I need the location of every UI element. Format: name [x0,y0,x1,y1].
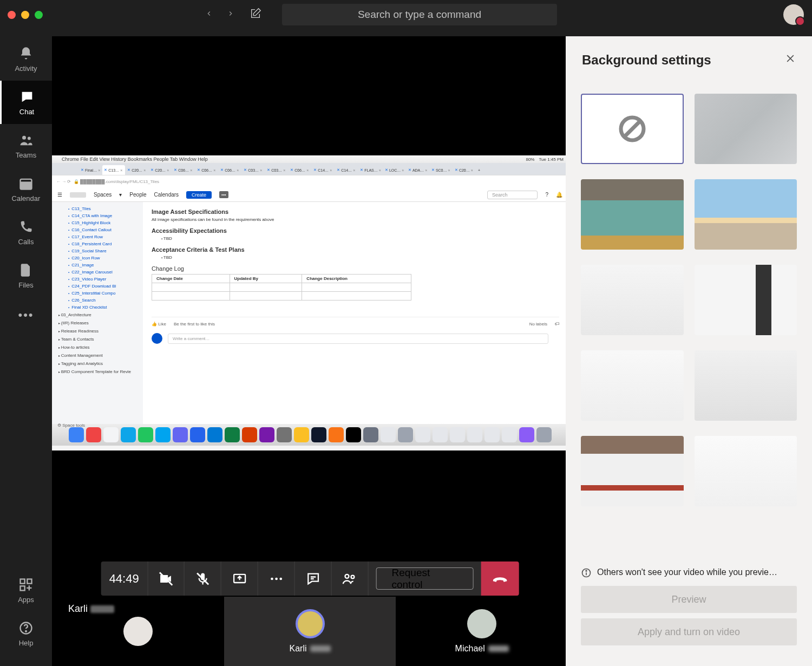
remote-mac-menubar: Chrome File Edit View History Bookmarks … [52,155,568,163]
bg-option-image[interactable] [695,350,797,421]
background-options-grid [566,73,812,558]
participant-avatar [467,609,496,638]
remote-space-tools: ⚙ Space tools [57,423,85,428]
remote-confluence-content: Image Asset Specifications All image spe… [143,202,568,424]
rail-calls-label: Calls [18,238,34,246]
participant-avatar [123,617,153,646]
svg-point-0 [22,135,26,139]
rail-help[interactable]: Help [0,612,52,655]
rail-help-label: Help [19,639,34,647]
request-control-button[interactable]: Request control [376,567,473,590]
bg-option-image[interactable] [581,265,684,335]
forward-button[interactable] [227,10,234,19]
share-screen-button[interactable] [221,561,258,596]
hangup-button[interactable] [481,561,519,596]
remote-confluence-toolbar: ☰ Spaces▾ People Calendars Create ••• Se… [52,188,568,202]
compose-button[interactable] [250,8,261,22]
show-participants-button[interactable] [332,561,369,596]
rail-files[interactable]: Files [0,254,52,297]
rail-teams[interactable]: Teams [0,124,52,167]
search-input[interactable]: Search or type a command [282,4,557,25]
call-stage: Chrome File Edit View History Bookmarks … [52,36,568,666]
remote-change-log-table: Change DateUpdated ByChange Description [152,274,411,301]
close-panel-button[interactable] [785,53,796,67]
maximize-window[interactable] [35,11,43,19]
svg-rect-5 [21,579,25,583]
remote-clock: Tue 1:45 PM [539,157,564,162]
participant-tile[interactable]: Karli [224,597,396,666]
rail-apps-label: Apps [18,596,34,604]
bg-option-image[interactable] [695,265,797,335]
remote-confluence-sidebar: C13_TilesC14_CTA with ImageC15_Highlight… [52,202,143,424]
profile-avatar[interactable] [783,4,804,25]
main-area: Chrome File Edit View History Bookmarks … [52,29,812,666]
rail-calendar[interactable]: Calendar [0,167,52,211]
remote-comment-input: Write a comment… [168,334,548,344]
preview-button[interactable]: Preview [581,586,797,613]
rail-files-label: Files [18,281,33,289]
remote-mac-dock [52,424,568,446]
rail-apps[interactable]: Apps [0,569,52,612]
bg-option-image[interactable] [581,350,684,421]
svg-point-21 [351,575,355,578]
svg-rect-7 [21,586,25,590]
camera-toggle[interactable] [148,561,185,596]
background-settings-panel: Background settings Others won't see you… [566,36,812,666]
app-rail: Activity Chat Teams Calendar Calls Files… [0,29,52,666]
rail-activity-label: Activity [15,64,37,73]
rail-calls[interactable]: Calls [0,211,52,254]
rail-calendar-label: Calendar [12,194,41,203]
rail-teams-label: Teams [16,151,36,159]
call-timer: 44:49 [101,561,148,596]
window-controls [8,11,43,19]
svg-line-25 [623,120,641,138]
rail-chat-label: Chat [19,108,34,116]
remote-chrome-tabs: ✕Final… ×✕C13… ×✕C20… ×✕C20… ×✕C06… ×✕C0… [52,163,568,175]
svg-point-28 [586,570,587,571]
svg-point-16 [275,577,278,580]
bg-option-image[interactable] [581,179,684,250]
svg-point-1 [28,136,31,140]
call-controls-bar: 44:49 Request control [101,561,519,596]
minimize-window[interactable] [21,11,29,19]
mic-toggle[interactable] [185,561,221,596]
bg-option-blur[interactable] [695,94,797,164]
panel-title: Background settings [582,53,711,68]
svg-point-17 [279,577,282,580]
more-actions-button[interactable] [258,561,295,596]
remote-battery: 80% [526,157,534,162]
show-chat-button[interactable] [295,561,332,596]
bg-option-image[interactable] [695,179,797,250]
rail-overflow[interactable]: ••• [18,297,34,333]
close-window[interactable] [8,11,16,19]
shared-screen-content: Chrome File Edit View History Bookmarks … [52,155,568,450]
participant-avatar [296,609,325,638]
titlebar: Search or type a command [0,0,812,29]
rail-chat[interactable]: Chat [0,81,52,124]
svg-point-9 [25,630,27,631]
bg-option-none[interactable] [581,94,684,164]
svg-point-15 [271,577,273,580]
participant-tile[interactable] [52,597,224,666]
participant-tile[interactable]: Michael [396,597,568,666]
svg-point-20 [345,574,349,578]
remote-address-bar: ← → ⟳ 🔒 ████████.com/display/FML/C13_Til… [52,175,568,188]
remote-create-button: Create [186,191,212,199]
participants-strip: Karli Michael [52,597,568,666]
back-button[interactable] [205,10,213,19]
rail-activity[interactable]: Activity [0,37,52,81]
preview-info: Others won't see your video while you pr… [581,567,797,578]
bg-option-image[interactable] [581,436,684,506]
bg-option-image[interactable] [695,436,797,506]
apply-button[interactable]: Apply and turn on video [581,618,797,645]
remote-comment-avatar [152,333,162,344]
svg-rect-6 [27,579,31,583]
